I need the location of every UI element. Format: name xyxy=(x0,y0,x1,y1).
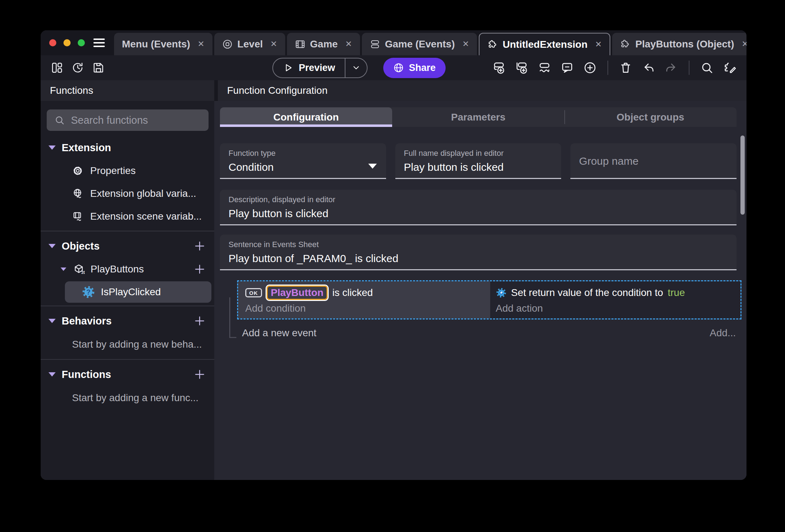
svg-text:?: ? xyxy=(86,288,91,296)
add-object-button[interactable] xyxy=(194,240,206,252)
add-subevent-icon[interactable] xyxy=(515,61,528,75)
chevron-down-icon[interactable] xyxy=(48,145,56,150)
section-label: Functions xyxy=(62,369,188,380)
save-icon[interactable] xyxy=(92,61,105,74)
tab-level[interactable]: Level ✕ xyxy=(214,33,285,55)
extension-puzzle-icon xyxy=(487,39,498,50)
add-circle-icon[interactable] xyxy=(583,61,597,75)
tab-menu-events[interactable]: Menu (Events) ✕ xyxy=(114,33,212,55)
open-project-manager-button[interactable] xyxy=(51,61,63,74)
close-window-button[interactable] xyxy=(49,39,56,46)
add-action-button[interactable]: Add action xyxy=(496,303,741,314)
extension-puzzle-icon xyxy=(620,39,631,50)
close-icon[interactable]: ✕ xyxy=(595,40,602,49)
field-value: Play button is clicked xyxy=(404,161,553,173)
sentence-field[interactable]: Sentence in Events Sheet Play button of … xyxy=(220,235,737,270)
chevron-down-icon[interactable] xyxy=(48,319,56,323)
event-row-selected[interactable]: OK PlayButton is clicked Add condition S… xyxy=(237,280,742,319)
tab-game[interactable]: Game ✕ xyxy=(287,33,360,55)
add-object-function-button[interactable] xyxy=(194,263,206,275)
section-label: Objects xyxy=(62,240,188,252)
close-icon[interactable]: ✕ xyxy=(197,39,204,49)
section-extension[interactable]: Extension xyxy=(41,136,214,159)
scene-icon xyxy=(222,39,233,50)
tab-label: Level xyxy=(237,39,263,50)
search-icon[interactable] xyxy=(700,61,714,75)
chevron-down-icon[interactable] xyxy=(48,244,56,248)
full-name-field[interactable]: Full name displayed in editor Play butto… xyxy=(395,143,561,179)
functions-empty-text: Start by adding a new func... xyxy=(41,386,214,410)
version-history-icon[interactable] xyxy=(71,61,84,74)
add-behavior-button[interactable] xyxy=(194,315,206,327)
section-behaviors[interactable]: Behaviors xyxy=(41,309,214,333)
group-name-input[interactable] xyxy=(579,155,728,167)
delete-trash-icon[interactable] xyxy=(619,61,632,75)
minimize-window-button[interactable] xyxy=(63,39,71,46)
function-type-select[interactable]: Function type Condition xyxy=(220,143,386,179)
edit-extension-icon[interactable] xyxy=(723,61,737,75)
preview-split-button: Preview xyxy=(272,58,368,78)
object-2d-icon: 2D xyxy=(73,263,85,275)
behaviors-empty-text: Start by adding a new beha... xyxy=(41,333,214,356)
add-event-icon[interactable] xyxy=(492,61,506,75)
condition-object-chip[interactable]: PlayButton xyxy=(267,286,328,300)
close-icon[interactable]: ✕ xyxy=(462,39,469,49)
choose-event-type-icon[interactable] xyxy=(538,61,551,75)
tab-label: Configuration xyxy=(273,112,339,123)
app-window: Menu (Events) ✕ Level ✕ Game ✕ xyxy=(41,30,746,480)
close-icon[interactable]: ✕ xyxy=(742,39,746,49)
preview-button[interactable]: Preview xyxy=(273,58,345,77)
field-label: Full name displayed in editor xyxy=(404,149,553,158)
preview-options-chevron-icon[interactable] xyxy=(345,58,367,77)
sidebar-item-extension-scene-variables[interactable]: Extension scene variab... xyxy=(41,205,214,228)
main-menu-icon[interactable] xyxy=(93,39,105,47)
redo-icon[interactable] xyxy=(665,61,678,75)
main-body: Configuration Parameters Object groups F… xyxy=(214,101,746,480)
search-functions-box[interactable] xyxy=(47,109,209,131)
events-sheet-icon xyxy=(370,39,380,50)
object-row-playbuttons[interactable]: 2D PlayButtons xyxy=(41,258,214,281)
tab-untitled-extension[interactable]: UntitledExtension ✕ xyxy=(479,33,610,55)
chevron-down-icon[interactable] xyxy=(61,267,66,271)
events-sheet: OK PlayButton is clicked Add condition S… xyxy=(220,280,737,339)
action-value[interactable]: true xyxy=(668,287,685,298)
function-row-isplayclicked[interactable]: ? IsPlayClicked xyxy=(65,281,211,303)
close-icon[interactable]: ✕ xyxy=(345,39,352,49)
event-actions-cell[interactable]: Set return value of the condition to tru… xyxy=(490,281,741,318)
share-button[interactable]: Share xyxy=(383,58,446,78)
sidebar-item-extension-global-variables[interactable]: Extension global varia... xyxy=(41,182,214,205)
event-conditions-cell[interactable]: OK PlayButton is clicked Add condition xyxy=(238,281,490,318)
item-label: PlayButtons xyxy=(91,264,188,275)
tab-label: Game xyxy=(310,39,338,50)
add-function-button[interactable] xyxy=(194,368,206,380)
section-functions[interactable]: Functions xyxy=(41,363,214,386)
sidebar-item-properties[interactable]: Properties xyxy=(41,159,214,182)
tab-configuration[interactable]: Configuration xyxy=(220,107,392,127)
zoom-window-button[interactable] xyxy=(78,39,85,46)
tab-playbuttons-object[interactable]: PlayButtons (Object) ✕ xyxy=(612,33,746,55)
search-functions-input[interactable] xyxy=(71,114,201,126)
tab-parameters[interactable]: Parameters xyxy=(392,107,564,127)
add-more-button[interactable]: Add... xyxy=(710,327,736,339)
add-condition-button[interactable]: Add condition xyxy=(245,303,490,314)
tab-label: UntitledExtension xyxy=(503,39,588,50)
vertical-scrollbar[interactable] xyxy=(740,135,745,215)
chevron-down-icon[interactable] xyxy=(48,372,56,377)
group-name-field[interactable] xyxy=(570,143,737,179)
select-caret-icon xyxy=(368,164,377,169)
play-icon xyxy=(283,62,293,73)
add-comment-icon[interactable] xyxy=(560,61,574,75)
add-new-event-button[interactable]: Add a new event xyxy=(242,327,317,339)
close-icon[interactable]: ✕ xyxy=(270,39,277,49)
tab-object-groups[interactable]: Object groups xyxy=(564,107,737,127)
section-objects[interactable]: Objects xyxy=(41,234,214,258)
ok-badge-icon: OK xyxy=(245,288,262,297)
field-value: Play button is clicked xyxy=(229,208,728,220)
tab-label: Menu (Events) xyxy=(122,39,190,50)
description-field[interactable]: Description, displayed in editor Play bu… xyxy=(220,190,737,225)
undo-icon[interactable] xyxy=(642,61,655,75)
field-label: Sentence in Events Sheet xyxy=(229,240,728,249)
section-label: Behaviors xyxy=(62,315,188,327)
divider xyxy=(41,359,214,360)
tab-game-events[interactable]: Game (Events) ✕ xyxy=(362,33,477,55)
